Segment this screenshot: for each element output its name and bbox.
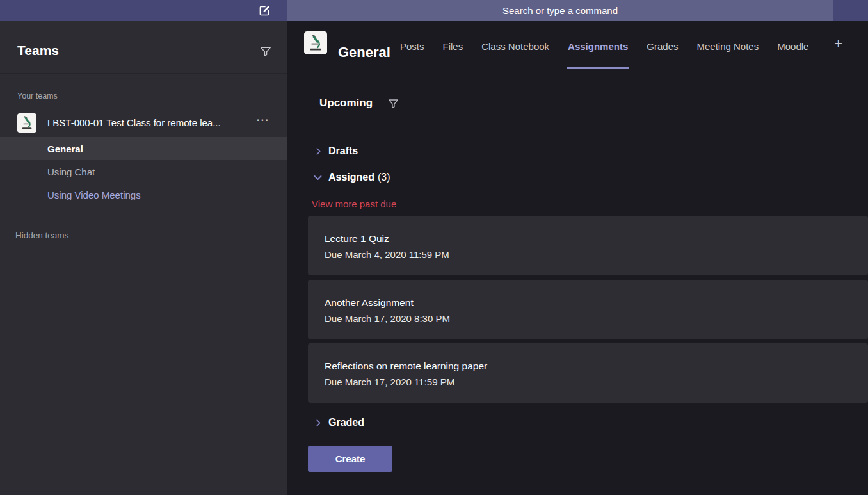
channel-list: General Using Chat Using Video Meetings — [0, 137, 287, 206]
filter-icon — [387, 97, 399, 110]
drafts-label: Drafts — [328, 145, 358, 157]
view-more-past-due-link[interactable]: View more past due — [312, 199, 396, 209]
team-name: LBST-000-01 Test Class for remote lea... — [47, 117, 221, 128]
top-bar: Search or type a command — [0, 0, 868, 21]
assignment-due-date: Due March 17, 2020 11:59 PM — [325, 374, 868, 390]
new-chat-icon[interactable] — [255, 2, 273, 19]
assigned-count: (3) — [378, 172, 390, 183]
assignment-title: Lecture 1 Quiz — [325, 231, 868, 247]
compose-icon — [257, 4, 271, 18]
channel-label: Using Video Meetings — [47, 190, 141, 200]
teams-title: Teams — [17, 43, 59, 58]
tab-assignments[interactable]: Assignments — [568, 21, 628, 71]
subheader-divider — [303, 118, 868, 118]
search-placeholder: Search or type a command — [502, 5, 618, 16]
assignment-title: Another Assignment — [325, 295, 868, 311]
chevron-down-icon — [313, 173, 323, 183]
tab-class-notebook[interactable]: Class Notebook — [481, 21, 549, 71]
drafts-section-toggle[interactable]: Drafts — [314, 143, 358, 159]
assignment-card[interactable]: Reflections on remote learning paper Due… — [308, 343, 868, 403]
assignment-card[interactable]: Another Assignment Due March 17, 2020 8:… — [308, 280, 868, 339]
main-content: General Posts Files Class Notebook Assig… — [287, 21, 868, 495]
assignment-card[interactable]: Lecture 1 Quiz Due March 4, 2020 11:59 P… — [308, 216, 868, 275]
tab-bar: Posts Files Class Notebook Assignments G… — [400, 21, 827, 71]
teams-app-window: Search or type a command Teams Your team… — [0, 0, 868, 495]
sidebar-header: Teams — [0, 21, 287, 74]
assignments-subheader: Upcoming — [319, 94, 399, 112]
page-title: General — [338, 44, 390, 61]
team-item[interactable]: LBST-000-01 Test Class for remote lea...… — [0, 111, 287, 135]
channel-label: General — [47, 143, 83, 154]
tab-meeting-notes[interactable]: Meeting Notes — [696, 21, 759, 71]
hidden-teams-label: Hidden teams — [15, 231, 68, 240]
upcoming-filter-button[interactable] — [387, 97, 399, 110]
graded-section-toggle[interactable]: Graded — [314, 415, 364, 430]
tab-files[interactable]: Files — [443, 21, 463, 71]
channel-item-using-video-meetings[interactable]: Using Video Meetings — [0, 183, 287, 206]
search-input[interactable]: Search or type a command — [287, 0, 833, 21]
upcoming-label: Upcoming — [319, 97, 373, 110]
channel-item-general[interactable]: General — [0, 137, 287, 160]
tab-posts[interactable]: Posts — [400, 21, 424, 71]
channel-label: Using Chat — [47, 166, 95, 177]
team-avatar-microscope — [17, 113, 36, 133]
channel-avatar-microscope — [304, 31, 327, 54]
assignment-due-date: Due March 17, 2020 8:30 PM — [325, 311, 868, 327]
channel-header: General Posts Files Class Notebook Assig… — [287, 21, 868, 71]
assigned-label: Assigned — [328, 172, 374, 183]
add-tab-icon[interactable]: + — [834, 37, 842, 51]
assignment-due-date: Due March 4, 2020 11:59 PM — [325, 247, 868, 263]
channel-item-using-chat[interactable]: Using Chat — [0, 160, 287, 183]
teams-filter-button[interactable] — [259, 45, 272, 58]
tab-moodle[interactable]: Moodle — [777, 21, 808, 71]
assignment-title: Reflections on remote learning paper — [325, 358, 868, 374]
chevron-right-icon — [314, 147, 323, 156]
teams-sidebar: Teams Your teams LBST-000-01 Test Class — [0, 21, 287, 495]
filter-icon — [259, 45, 272, 58]
team-more-options-icon[interactable]: ⋯ — [256, 112, 269, 127]
tab-grades[interactable]: Grades — [647, 21, 678, 71]
graded-label: Graded — [328, 417, 364, 428]
assigned-section-toggle[interactable]: Assigned (3) — [313, 170, 390, 185]
create-button[interactable]: Create — [308, 446, 392, 472]
chevron-right-icon — [314, 419, 323, 427]
your-teams-label: Your teams — [17, 92, 58, 101]
